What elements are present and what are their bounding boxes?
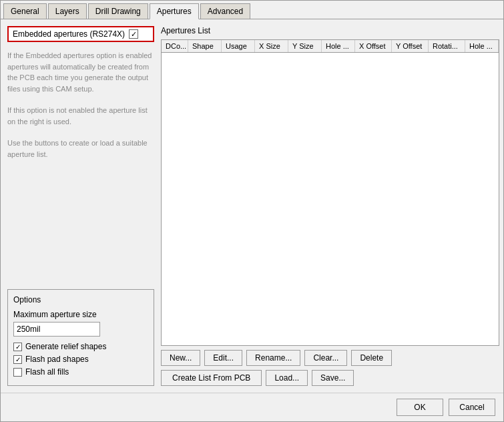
tab-apertures[interactable]: Apertures bbox=[150, 3, 199, 19]
max-aperture-input[interactable] bbox=[13, 322, 100, 337]
button-row-2: Create List From PCB Load... Save... bbox=[161, 370, 499, 386]
flash-fills-row: Flash all fills bbox=[13, 367, 148, 377]
col-rotation: Rotati... bbox=[429, 40, 465, 52]
create-list-button[interactable]: Create List From PCB bbox=[161, 370, 262, 386]
dialog: General Layers Drill Drawing Apertures A… bbox=[0, 0, 504, 422]
apertures-list-title: Apertures List bbox=[161, 26, 499, 35]
embedded-apertures-checkbox[interactable] bbox=[129, 29, 138, 39]
cancel-button[interactable]: Cancel bbox=[449, 399, 495, 416]
col-dco: DCo... bbox=[162, 40, 188, 52]
generate-relief-checkbox[interactable] bbox=[13, 343, 22, 351]
generate-relief-row: Generate relief shapes bbox=[13, 342, 148, 351]
flash-fills-label: Flash all fills bbox=[25, 367, 69, 377]
embedded-apertures-label: Embedded apertures (RS274X) bbox=[13, 29, 125, 39]
apertures-table: DCo... Shape Usage X Size Y Size Hole ..… bbox=[161, 39, 499, 346]
tab-bar: General Layers Drill Drawing Apertures A… bbox=[1, 1, 503, 19]
save-button[interactable]: Save... bbox=[312, 370, 354, 386]
generate-relief-label: Generate relief shapes bbox=[25, 342, 106, 351]
embedded-apertures-row: Embedded apertures (RS274X) bbox=[7, 26, 154, 42]
description-2: If this option is not enabled the apertu… bbox=[7, 102, 154, 130]
flash-pad-checkbox[interactable] bbox=[13, 355, 22, 364]
clear-button[interactable]: Clear... bbox=[304, 350, 347, 366]
edit-button[interactable]: Edit... bbox=[204, 350, 242, 366]
col-hole2: Hole ... bbox=[465, 40, 499, 52]
flash-fills-checkbox[interactable] bbox=[13, 368, 22, 377]
col-yoffset: Y Offset bbox=[392, 40, 429, 52]
tab-drill-drawing[interactable]: Drill Drawing bbox=[88, 3, 148, 19]
options-box: Options Maximum aperture size Generate r… bbox=[7, 289, 154, 386]
tab-advanced[interactable]: Advanced bbox=[200, 3, 250, 19]
col-shape: Shape bbox=[188, 40, 222, 52]
table-header: DCo... Shape Usage X Size Y Size Hole ..… bbox=[162, 40, 499, 53]
tab-layers[interactable]: Layers bbox=[48, 3, 87, 19]
col-xoffset: X Offset bbox=[355, 40, 392, 52]
load-button[interactable]: Load... bbox=[266, 370, 308, 386]
main-content: Embedded apertures (RS274X) If the Embed… bbox=[1, 19, 503, 393]
ok-button[interactable]: OK bbox=[397, 399, 443, 416]
left-panel: Embedded apertures (RS274X) If the Embed… bbox=[7, 26, 154, 386]
right-panel: Apertures List DCo... Shape Usage X Size… bbox=[161, 26, 499, 386]
flash-pad-label: Flash pad shapes bbox=[25, 355, 89, 364]
description-3: Use the buttons to create or load a suit… bbox=[7, 135, 154, 162]
flash-pad-row: Flash pad shapes bbox=[13, 355, 148, 364]
new-button[interactable]: New... bbox=[161, 350, 200, 366]
max-aperture-label: Maximum aperture size bbox=[13, 310, 148, 319]
description-1: If the Embedded apertures option is enab… bbox=[7, 47, 154, 97]
delete-button[interactable]: Delete bbox=[351, 350, 392, 366]
col-usage: Usage bbox=[222, 40, 255, 52]
col-ysize: Y Size bbox=[288, 40, 322, 52]
col-xsize: X Size bbox=[255, 40, 288, 52]
tab-general[interactable]: General bbox=[3, 3, 47, 19]
options-title: Options bbox=[13, 295, 148, 304]
bottom-bar: OK Cancel bbox=[1, 393, 503, 421]
rename-button[interactable]: Rename... bbox=[246, 350, 300, 366]
button-row-1: New... Edit... Rename... Clear... Delete bbox=[161, 350, 499, 366]
col-hole: Hole ... bbox=[322, 40, 355, 52]
